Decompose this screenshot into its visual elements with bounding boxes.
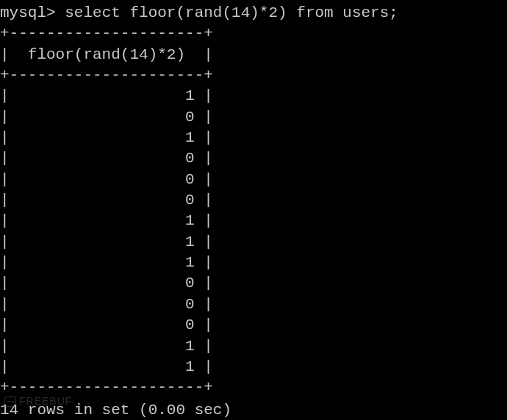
watermark-icon xyxy=(4,397,16,407)
table-row: | 1 | xyxy=(0,86,507,106)
table-top-border: +---------------------+ xyxy=(0,23,507,44)
table-row: | 1 | xyxy=(0,232,507,253)
table-row: | 0 | xyxy=(0,315,507,336)
status-line: 14 rows in set (0.00 sec) xyxy=(0,400,507,420)
table-row: | 1 | xyxy=(0,336,507,357)
table-row: | 0 | xyxy=(0,273,507,294)
table-row: | 1 | xyxy=(0,357,507,377)
table-row: | 1 | xyxy=(0,211,507,231)
table-header-row: | floor(rand(14)*2) | xyxy=(0,45,507,65)
table-row: | 0 | xyxy=(0,294,507,315)
table-row: | 1 | xyxy=(0,253,507,273)
table-row: | 0 | xyxy=(0,190,507,211)
table-body: | 1 || 0 || 1 || 0 || 0 || 0 || 1 || 1 |… xyxy=(0,86,507,377)
table-row: | 0 | xyxy=(0,148,507,169)
sql-query: select floor(rand(14)*2) from users; xyxy=(56,4,398,21)
table-row: | 1 | xyxy=(0,128,507,148)
table-row: | 0 | xyxy=(0,107,507,128)
table-row: | 0 | xyxy=(0,170,507,190)
table-bottom-border: +---------------------+ xyxy=(0,377,507,398)
table-header-border: +---------------------+ xyxy=(0,65,507,86)
command-prompt-line[interactable]: mysql> select floor(rand(14)*2) from use… xyxy=(0,3,507,23)
watermark-text: FREEBUF xyxy=(19,394,72,408)
watermark: FREEBUF xyxy=(4,394,72,408)
mysql-prompt: mysql> xyxy=(0,4,56,21)
